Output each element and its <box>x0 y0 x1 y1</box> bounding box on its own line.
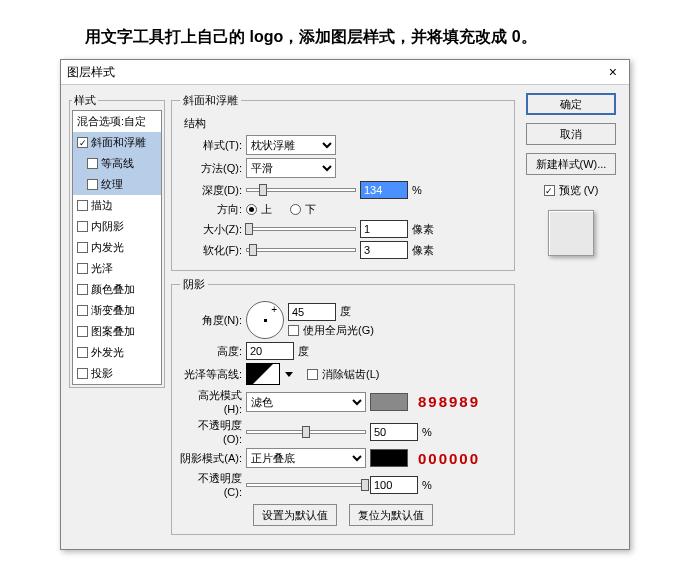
set-default-button[interactable]: 设置为默认值 <box>253 504 337 526</box>
style-checkbox-2[interactable] <box>87 179 98 190</box>
antialias-label: 消除锯齿(L) <box>322 367 379 382</box>
deg-label: 度 <box>340 304 351 319</box>
styles-panel: 样式 混合选项:自定 斜面和浮雕等高线纹理描边内阴影内发光光泽颜色叠加渐变叠加图… <box>69 93 165 388</box>
size-label: 大小(Z): <box>180 222 242 237</box>
cancel-button[interactable]: 取消 <box>526 123 616 145</box>
size-slider[interactable] <box>246 227 356 231</box>
style-checkbox-9[interactable] <box>77 326 88 337</box>
style-item-11[interactable]: 投影 <box>73 363 161 384</box>
shadow-opacity-label: 不透明度(C): <box>180 471 242 498</box>
style-item-7[interactable]: 颜色叠加 <box>73 279 161 300</box>
px-label: 像素 <box>412 222 434 237</box>
gloss-contour-label: 光泽等高线: <box>180 367 242 382</box>
depth-input[interactable]: 134 <box>360 181 408 199</box>
style-checkbox-1[interactable] <box>87 158 98 169</box>
shadow-mode-label: 阴影模式(A): <box>180 451 242 466</box>
style-label-7: 颜色叠加 <box>91 282 135 297</box>
gloss-contour-picker[interactable] <box>246 363 280 385</box>
style-item-4[interactable]: 内阴影 <box>73 216 161 237</box>
style-checkbox-6[interactable] <box>77 263 88 274</box>
style-label-5: 内发光 <box>91 240 124 255</box>
bevel-group: 斜面和浮雕 结构 样式(T): 枕状浮雕 方法(Q): 平滑 深度(D): 13… <box>171 93 515 271</box>
shading-group: 阴影 角度(N): + 45 度 使用全局光(G) <box>171 277 515 535</box>
chevron-down-icon[interactable] <box>285 372 293 377</box>
style-item-6[interactable]: 光泽 <box>73 258 161 279</box>
direction-label: 方向: <box>180 202 242 217</box>
depth-label: 深度(D): <box>180 183 242 198</box>
close-icon[interactable]: × <box>603 64 623 80</box>
style-item-3[interactable]: 描边 <box>73 195 161 216</box>
pct-label-3: % <box>422 479 432 491</box>
shadow-opacity-input[interactable]: 100 <box>370 476 418 494</box>
soften-slider[interactable] <box>246 248 356 252</box>
global-light-checkbox[interactable] <box>288 325 299 336</box>
style-checkbox-0[interactable] <box>77 137 88 148</box>
style-item-8[interactable]: 渐变叠加 <box>73 300 161 321</box>
dir-up-label: 上 <box>261 202 272 217</box>
preview-checkbox[interactable] <box>544 185 555 196</box>
layer-style-dialog: 图层样式 × 样式 混合选项:自定 斜面和浮雕等高线纹理描边内阴影内发光光泽颜色… <box>60 59 630 550</box>
style-list: 混合选项:自定 斜面和浮雕等高线纹理描边内阴影内发光光泽颜色叠加渐变叠加图案叠加… <box>72 110 162 385</box>
style-label-11: 投影 <box>91 366 113 381</box>
dir-down-radio[interactable] <box>290 204 301 215</box>
highlight-color-swatch[interactable] <box>370 393 408 411</box>
preview-label: 预览 (V) <box>559 183 599 198</box>
style-checkbox-10[interactable] <box>77 347 88 358</box>
style-label-10: 外发光 <box>91 345 124 360</box>
style-item-10[interactable]: 外发光 <box>73 342 161 363</box>
style-checkbox-3[interactable] <box>77 200 88 211</box>
dir-down-label: 下 <box>305 202 316 217</box>
titlebar[interactable]: 图层样式 × <box>61 60 629 85</box>
style-checkbox-8[interactable] <box>77 305 88 316</box>
style-checkbox-4[interactable] <box>77 221 88 232</box>
shadow-opacity-slider[interactable] <box>246 483 366 487</box>
style-label-6: 光泽 <box>91 261 113 276</box>
highlight-color-annotation: 898989 <box>418 393 480 410</box>
highlight-opacity-slider[interactable] <box>246 430 366 434</box>
style-label-4: 内阴影 <box>91 219 124 234</box>
angle-input[interactable]: 45 <box>288 303 336 321</box>
style-checkbox-5[interactable] <box>77 242 88 253</box>
instruction-text: 用文字工具打上自己的 logo，添加图层样式，并将填充改成 0。 <box>30 10 660 59</box>
style-item-9[interactable]: 图案叠加 <box>73 321 161 342</box>
highlight-mode-select[interactable]: 滤色 <box>246 392 366 412</box>
shadow-mode-select[interactable]: 正片叠底 <box>246 448 366 468</box>
reset-default-button[interactable]: 复位为默认值 <box>349 504 433 526</box>
global-light-label: 使用全局光(G) <box>303 323 374 338</box>
style-select[interactable]: 枕状浮雕 <box>246 135 336 155</box>
altitude-input[interactable]: 20 <box>246 342 294 360</box>
blend-options[interactable]: 混合选项:自定 <box>73 111 161 132</box>
style-checkbox-7[interactable] <box>77 284 88 295</box>
highlight-opacity-label: 不透明度(O): <box>180 418 242 445</box>
shadow-color-annotation: 000000 <box>418 450 480 467</box>
style-label: 样式(T): <box>180 138 242 153</box>
altitude-label: 高度: <box>180 344 242 359</box>
angle-dial[interactable]: + <box>246 301 284 339</box>
style-label-1: 等高线 <box>101 156 134 171</box>
new-style-button[interactable]: 新建样式(W)... <box>526 153 616 175</box>
ok-button[interactable]: 确定 <box>526 93 616 115</box>
antialias-checkbox[interactable] <box>307 369 318 380</box>
soften-input[interactable]: 3 <box>360 241 408 259</box>
style-item-5[interactable]: 内发光 <box>73 237 161 258</box>
method-select[interactable]: 平滑 <box>246 158 336 178</box>
style-item-1[interactable]: 等高线 <box>73 153 161 174</box>
style-label-0: 斜面和浮雕 <box>91 135 146 150</box>
angle-label: 角度(N): <box>180 313 242 328</box>
dir-up-radio[interactable] <box>246 204 257 215</box>
highlight-mode-label: 高光模式(H): <box>180 388 242 415</box>
style-label-8: 渐变叠加 <box>91 303 135 318</box>
shadow-color-swatch[interactable] <box>370 449 408 467</box>
preview-swatch <box>548 210 594 256</box>
style-item-2[interactable]: 纹理 <box>73 174 161 195</box>
dialog-title: 图层样式 <box>67 64 603 81</box>
style-label-2: 纹理 <box>101 177 123 192</box>
pct-label-2: % <box>422 426 432 438</box>
size-input[interactable]: 1 <box>360 220 408 238</box>
style-checkbox-11[interactable] <box>77 368 88 379</box>
style-label-3: 描边 <box>91 198 113 213</box>
style-item-0[interactable]: 斜面和浮雕 <box>73 132 161 153</box>
pct-label: % <box>412 184 422 196</box>
depth-slider[interactable] <box>246 188 356 192</box>
highlight-opacity-input[interactable]: 50 <box>370 423 418 441</box>
